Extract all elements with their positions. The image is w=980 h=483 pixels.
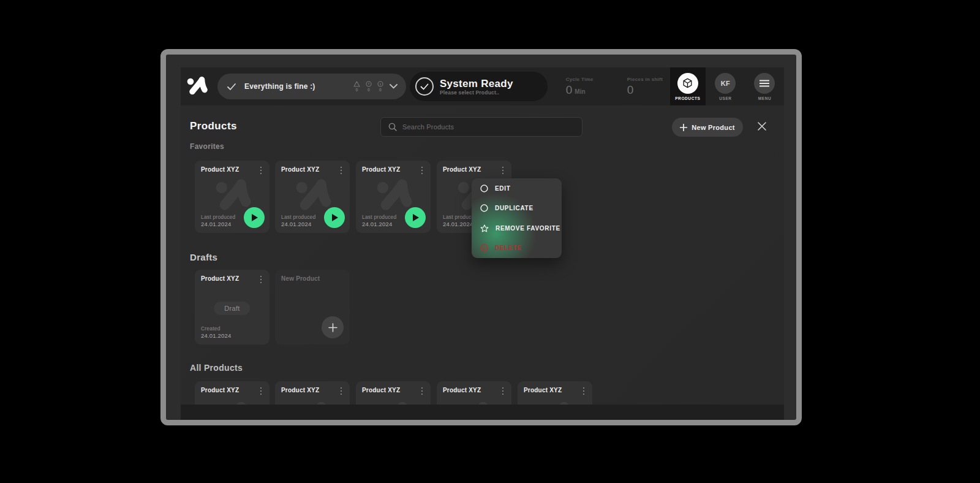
menu-item-edit[interactable]: EDIT: [472, 178, 562, 199]
add-product-button[interactable]: [322, 316, 344, 338]
app-background-band: [181, 405, 784, 420]
kebab-menu-button[interactable]: [417, 165, 427, 176]
kebab-menu-button[interactable]: [417, 386, 427, 397]
kebab-menu-button[interactable]: [256, 386, 266, 397]
card-title: New Product: [281, 275, 320, 282]
card-title: Product XYZ: [281, 387, 319, 394]
error-counter: 0: [366, 81, 372, 92]
kebab-menu-button[interactable]: [336, 165, 346, 176]
draft-status-badge: Draft: [214, 302, 250, 315]
card-context-menu: EDIT DUPLICATE REMOVE FAVORITE DELET: [472, 178, 562, 258]
system-check-icon: [415, 77, 434, 96]
kebab-menu-button[interactable]: [498, 386, 508, 397]
watermark-logo-icon: [213, 177, 251, 215]
user-label: USER: [719, 96, 731, 101]
brand-logo-icon: [186, 75, 208, 97]
system-ready-title: System Ready: [440, 78, 513, 89]
last-produced-date: 24.01.2024: [362, 221, 396, 227]
card-title: Product XYZ: [362, 166, 400, 173]
system-ready-subtitle: Please select Product..: [440, 89, 513, 96]
info-counter: 0: [377, 81, 383, 92]
kebab-menu-button[interactable]: [256, 165, 266, 176]
kebab-menu-button[interactable]: [256, 274, 266, 285]
card-title: Product XYZ: [281, 166, 319, 173]
nav-products-label: PRODUCTS: [675, 96, 700, 101]
system-status-pill[interactable]: Everything is fine :) 0 0: [217, 74, 406, 99]
stat-cycle-time: Cycle Time 0 Min: [566, 77, 609, 97]
play-button[interactable]: [244, 207, 265, 228]
user-button[interactable]: KF USER: [706, 73, 745, 101]
watermark-logo-icon: [293, 177, 331, 215]
chevron-down-icon[interactable]: [390, 84, 398, 89]
last-produced-date: 24.01.2024: [201, 221, 235, 227]
star-icon: [480, 224, 489, 232]
cycle-time-value: 0: [566, 83, 573, 97]
watermark-logo-icon: [374, 177, 412, 215]
cube-icon: [682, 77, 693, 89]
favorite-product-card[interactable]: Product XYZ Last produced 24.01.2024: [275, 161, 350, 233]
card-title: Product XYZ: [443, 387, 481, 394]
status-message: Everything is fine :): [244, 82, 315, 91]
draft-product-card[interactable]: Product XYZ Draft Created 24.01.2024: [195, 270, 270, 344]
play-icon: [331, 213, 339, 222]
check-icon: [227, 83, 236, 90]
close-icon[interactable]: [757, 121, 767, 131]
menu-item-delete[interactable]: DELETE: [472, 238, 562, 259]
watermark-logo-icon: [293, 400, 331, 405]
card-title: Product XYZ: [201, 166, 239, 173]
last-produced-label: Last produced: [362, 214, 396, 220]
menu-item-duplicate[interactable]: DUPLICATE: [472, 199, 562, 219]
product-card[interactable]: Product XYZ: [518, 381, 592, 405]
delete-icon: [480, 244, 488, 252]
error-count: 0: [368, 88, 370, 92]
new-product-card[interactable]: New Product: [275, 270, 350, 344]
new-product-button[interactable]: New Product: [672, 118, 743, 137]
card-title: Product XYZ: [201, 275, 239, 282]
product-card[interactable]: Product XYZ: [275, 381, 350, 405]
menu-label: MENU: [758, 96, 772, 101]
cycle-time-unit: Min: [575, 88, 585, 95]
product-card[interactable]: Product XYZ: [356, 381, 431, 405]
cycle-time-label: Cycle Time: [566, 77, 609, 82]
menu-item-remove-favorite[interactable]: REMOVE FAVORITE: [472, 218, 562, 238]
last-produced-label: Last produced: [281, 214, 315, 220]
edit-icon: [480, 184, 488, 192]
play-icon: [251, 213, 258, 222]
play-button[interactable]: [324, 207, 345, 228]
favorite-product-card[interactable]: Product XYZ Last produced 24.01.2024: [195, 161, 270, 233]
warning-counter: 0: [353, 81, 360, 92]
plus-icon: [328, 323, 337, 332]
duplicate-icon: [480, 204, 488, 212]
kebab-menu-button[interactable]: [579, 386, 589, 397]
app-window: Everything is fine :) 0 0: [160, 49, 802, 425]
last-produced-date: 24.01.2024: [281, 221, 315, 227]
user-initials: KF: [721, 80, 730, 87]
page-title: Products: [190, 120, 237, 132]
product-card[interactable]: Product XYZ: [195, 381, 270, 405]
last-produced-label: Last produced: [201, 214, 235, 220]
search-input[interactable]: [402, 123, 582, 131]
nav-products-button[interactable]: PRODUCTS: [670, 67, 706, 105]
user-avatar: KF: [715, 73, 736, 94]
error-circle-icon: [366, 81, 372, 87]
play-button[interactable]: [405, 207, 426, 228]
plus-icon: [680, 124, 687, 131]
new-product-label: New Product: [692, 124, 735, 131]
menu-button[interactable]: MENU: [745, 73, 784, 101]
product-card[interactable]: Product XYZ: [437, 381, 511, 405]
pieces-value: 0: [627, 83, 634, 97]
top-bar: Everything is fine :) 0 0: [181, 67, 784, 105]
system-ready-banner: System Ready Please select Product..: [410, 72, 548, 101]
play-icon: [412, 213, 420, 222]
alert-counters: 0 0 0: [353, 81, 383, 92]
kebab-menu-button[interactable]: [498, 165, 508, 176]
info-circle-icon: [377, 81, 383, 87]
watermark-logo-icon: [455, 400, 493, 405]
kebab-menu-button[interactable]: [336, 386, 346, 397]
favorite-product-card[interactable]: Product XYZ Last produced 24.01.2024: [356, 161, 431, 233]
watermark-logo-icon: [374, 400, 412, 405]
section-label-drafts: Drafts: [190, 252, 217, 262]
section-label-favorites: Favorites: [190, 142, 224, 151]
hamburger-icon: [754, 73, 775, 94]
search-box: [380, 117, 582, 137]
